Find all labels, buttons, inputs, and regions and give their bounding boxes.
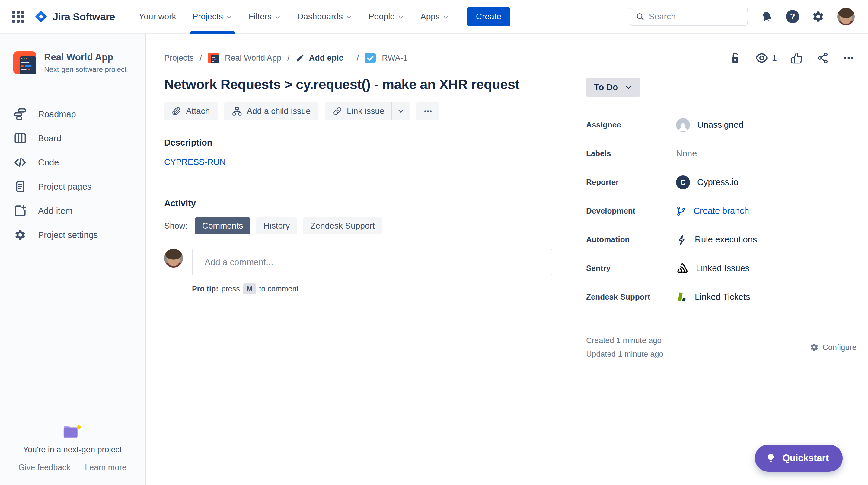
field-labels: Labels None <box>586 139 857 168</box>
create-branch-link[interactable]: Create branch <box>676 206 749 216</box>
git-branch-icon <box>676 206 686 216</box>
more-actions-button[interactable] <box>416 102 439 120</box>
nav-item-projects[interactable]: Projects <box>184 0 241 33</box>
breadcrumb: Projects / Real World App / Add epic / R… <box>164 53 408 63</box>
filter-history[interactable]: History <box>256 218 297 234</box>
labels-value[interactable]: None <box>676 149 697 159</box>
reporter-value[interactable]: C Cypress.io <box>676 175 739 189</box>
quickstart-button[interactable]: Quickstart <box>755 445 843 472</box>
search-input[interactable] <box>649 12 758 22</box>
create-button[interactable]: Create <box>467 7 510 26</box>
chevron-down-icon <box>442 14 449 21</box>
linked-issues-link[interactable]: Linked Issues <box>676 262 749 275</box>
breadcrumb-project[interactable]: Real World App <box>225 53 281 63</box>
created-date: Created 1 minute ago <box>586 334 663 347</box>
chevron-down-icon <box>346 14 352 21</box>
breadcrumb-project-icon <box>208 53 219 63</box>
chevron-down-icon <box>274 14 281 21</box>
details-panel: To Do Assignee Unassigned Labels None <box>586 78 857 361</box>
field-sentry: Sentry Linked Issues <box>586 254 857 283</box>
nav-item-filters[interactable]: Filters <box>241 0 289 33</box>
watchers-icon[interactable]: 1 <box>755 51 777 65</box>
primary-nav: Your work Projects Filters Dashboards Pe… <box>131 0 457 33</box>
add-item-icon <box>13 204 27 217</box>
sidebar-item-project-settings[interactable]: Project settings <box>13 223 146 247</box>
filter-zendesk[interactable]: Zendesk Support <box>303 218 382 234</box>
top-navigation: Jira Software Your work Projects Filters… <box>0 0 868 34</box>
sidebar-item-code[interactable]: Code <box>13 150 146 175</box>
sidebar-nav: Roadmap Board Code Project pages Add ite… <box>13 102 146 247</box>
link-issue-dropdown[interactable] <box>392 102 410 120</box>
filter-comments[interactable]: Comments <box>195 218 250 234</box>
breadcrumb-projects[interactable]: Projects <box>164 53 194 63</box>
sidebar-item-board[interactable]: Board <box>13 126 146 150</box>
attach-button[interactable]: Attach <box>164 102 218 120</box>
issue-title[interactable]: Network Requests > cy.request() - make a… <box>164 77 552 92</box>
nav-item-your-work[interactable]: Your work <box>131 0 184 33</box>
status-dropdown[interactable]: To Do <box>586 78 641 97</box>
sidebar-item-project-pages[interactable]: Project pages <box>13 175 146 199</box>
updated-date: Updated 1 minute ago <box>586 347 663 361</box>
add-epic-button[interactable]: Add epic <box>296 53 343 63</box>
app-switcher-icon[interactable] <box>12 10 24 23</box>
nav-item-people[interactable]: People <box>360 0 412 33</box>
next-gen-folder-icon <box>0 423 145 439</box>
unassigned-avatar-icon <box>676 118 690 132</box>
jira-diamond-icon <box>34 10 48 23</box>
like-icon[interactable] <box>791 52 803 64</box>
project-sidebar: Real World App Next-gen software project… <box>0 34 146 485</box>
notifications-bell-icon[interactable] <box>759 9 775 25</box>
project-avatar <box>13 51 36 74</box>
search-box[interactable] <box>629 7 748 26</box>
task-type-icon <box>365 53 376 63</box>
activity-filter-row: Show: Comments History Zendesk Support <box>164 218 552 234</box>
next-gen-message: You're in a next-gen project <box>0 445 145 455</box>
panel-divider <box>586 323 857 323</box>
issue-dates: Created 1 minute ago Updated 1 minute ag… <box>586 334 663 361</box>
configure-gear-icon <box>810 343 819 352</box>
current-user-avatar <box>164 249 183 267</box>
sidebar-item-roadmap[interactable]: Roadmap <box>13 102 146 126</box>
gear-icon <box>13 229 27 241</box>
learn-more-link[interactable]: Learn more <box>85 463 126 472</box>
assignee-value[interactable]: Unassigned <box>676 118 743 132</box>
search-icon <box>636 12 645 21</box>
configure-button[interactable]: Configure <box>810 334 857 361</box>
field-reporter: Reporter C Cypress.io <box>586 168 857 197</box>
issue-toolbar: 1 <box>729 51 855 65</box>
linked-tickets-link[interactable]: Linked Tickets <box>676 291 750 303</box>
lightning-bolt-icon <box>676 234 687 246</box>
chevron-down-icon <box>398 14 404 21</box>
add-child-issue-button[interactable]: Add a child issue <box>224 102 318 120</box>
nav-item-dashboards[interactable]: Dashboards <box>289 0 360 33</box>
chevron-down-icon <box>226 14 232 21</box>
sidebar-item-add-item[interactable]: Add item <box>13 199 146 223</box>
breadcrumb-issue-key[interactable]: RWA-1 <box>382 53 408 63</box>
issue-view: Projects / Real World App / Add epic / R… <box>146 34 868 485</box>
give-feedback-link[interactable]: Give feedback <box>19 463 71 472</box>
unlock-icon[interactable] <box>729 52 741 64</box>
issue-actions: Attach Add a child issue Link issue <box>164 102 552 120</box>
roadmap-icon <box>13 108 27 121</box>
sidebar-footer: You're in a next-gen project Give feedba… <box>0 423 145 472</box>
link-issue-button[interactable]: Link issue <box>325 102 391 120</box>
help-icon[interactable]: ? <box>786 10 799 23</box>
jira-logo[interactable]: Jira Software <box>34 10 115 23</box>
description-heading: Description <box>164 138 552 148</box>
rule-executions-link[interactable]: Rule executions <box>676 234 757 246</box>
watchers-count: 1 <box>772 53 777 63</box>
nav-item-apps[interactable]: Apps <box>412 0 457 33</box>
comment-protip: Pro tip: press M to comment <box>192 283 552 294</box>
user-avatar[interactable] <box>837 8 855 25</box>
link-icon <box>333 107 342 116</box>
more-actions-icon[interactable] <box>843 52 855 64</box>
keyboard-key-m: M <box>243 283 256 294</box>
description-link[interactable]: CYPRESS-RUN <box>164 157 226 167</box>
link-issue-split-button: Link issue <box>325 102 410 120</box>
project-header[interactable]: Real World App Next-gen software project <box>13 51 146 74</box>
comment-input[interactable] <box>192 249 552 276</box>
activity-heading: Activity <box>164 198 552 208</box>
pages-icon <box>13 180 27 193</box>
settings-gear-icon[interactable] <box>812 10 825 23</box>
share-icon[interactable] <box>817 52 829 64</box>
